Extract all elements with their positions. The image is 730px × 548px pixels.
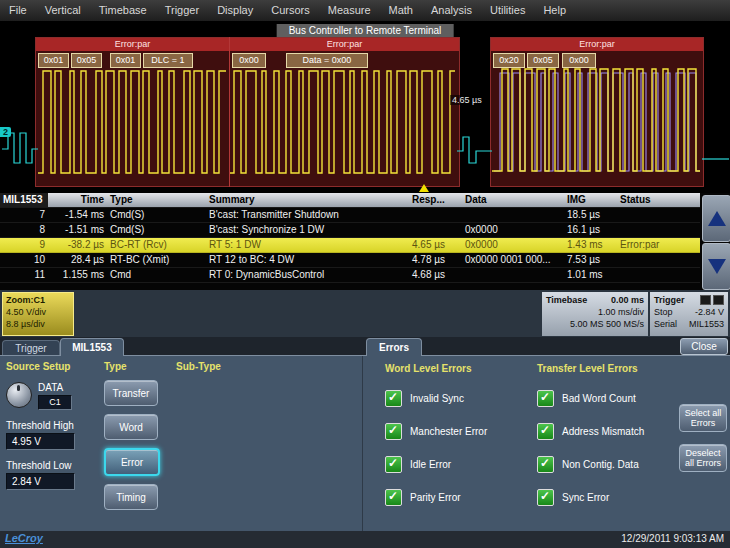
decode-field-box: 0x05 — [71, 53, 102, 68]
cell — [617, 223, 700, 237]
source-channel-field[interactable]: C1 — [38, 395, 72, 410]
trigger-source: MIL1553 — [689, 318, 724, 330]
bus-transfer-title: Bus Controller to Remote Terminal — [277, 24, 454, 37]
dialog-body: Source Setup DATA C1 Threshold High 4.95… — [0, 355, 730, 532]
transfer-errors-heading: Transfer Level Errors — [537, 363, 685, 374]
checked-icon — [385, 489, 402, 506]
type-error-button[interactable]: Error — [104, 448, 160, 476]
word-errors-heading: Word Level Errors — [385, 363, 533, 374]
checked-icon — [385, 390, 402, 407]
table-row[interactable]: 11 1.155 ms Cmd RT 0: DynamicBusControl … — [0, 268, 700, 283]
checkbox-address-mismatch[interactable]: Address Mismatch — [537, 423, 685, 440]
cell: Cmd — [107, 268, 206, 282]
table-row[interactable]: 7 -1.54 ms Cmd(S) B'cast: Transmitter Sh… — [0, 208, 700, 223]
up-arrow-icon — [708, 211, 726, 226]
subtype-pane: Sub-Type — [168, 356, 360, 532]
checkbox-idle-error[interactable]: Idle Error — [385, 456, 533, 473]
checkbox-non-contig-data[interactable]: Non Contig. Data — [537, 456, 685, 473]
checkbox-invalid-sync[interactable]: Invalid Sync — [385, 390, 533, 407]
menu-measure[interactable]: Measure — [319, 0, 380, 21]
table-title: MIL1553 — [0, 193, 48, 207]
cell: BC-RT (Rcv) — [107, 238, 206, 252]
descriptor-vdiv: 4.50 V/div — [6, 306, 70, 318]
trigger-source-icon — [700, 295, 711, 305]
table-row[interactable]: 10 28.4 µs RT-BC (Xmit) RT 12 to BC: 4 D… — [0, 253, 700, 268]
cell: 1.01 ms — [564, 268, 617, 282]
timebase-sampling: 5.00 MS 500 MS/s — [546, 318, 644, 330]
menu-trigger[interactable]: Trigger — [156, 0, 208, 21]
menu-utilities[interactable]: Utilities — [481, 0, 534, 21]
menu-display[interactable]: Display — [208, 0, 262, 21]
cell — [617, 208, 700, 222]
menu-cursors[interactable]: Cursors — [262, 0, 319, 21]
trigger-type: Serial — [654, 318, 677, 330]
cell — [409, 223, 462, 237]
table-scrollbar — [701, 194, 730, 289]
type-timing-button[interactable]: Timing — [104, 484, 158, 510]
checkbox-label: Non Contig. Data — [562, 459, 639, 470]
errors-pane: Word Level Errors Invalid Sync Mancheste… — [362, 356, 730, 532]
cell: B'cast: Transmitter Shutdown — [206, 208, 409, 222]
decode-field-box: 0x01 — [110, 53, 141, 68]
menu-math[interactable]: Math — [380, 0, 422, 21]
deselect-all-errors-button[interactable]: Deselect all Errors — [679, 444, 727, 472]
checked-icon — [537, 489, 554, 506]
menu-analysis[interactable]: Analysis — [422, 0, 481, 21]
cell: RT 0: DynamicBusControl — [206, 268, 409, 282]
checkbox-sync-error[interactable]: Sync Error — [537, 489, 685, 506]
checkbox-label: Address Mismatch — [562, 426, 644, 437]
cell: 9 — [0, 238, 48, 252]
threshold-high-field[interactable]: 4.95 V — [6, 433, 75, 450]
col-header-status: Status — [617, 193, 700, 207]
close-button[interactable]: Close — [680, 338, 728, 355]
down-arrow-icon — [708, 259, 726, 274]
table-row[interactable]: 8 -1.51 ms Cmd(S) B'cast: Synchronize 1 … — [0, 223, 700, 238]
source-knob[interactable] — [6, 382, 32, 408]
tab-errors[interactable]: Errors — [366, 338, 422, 356]
cell: 0x0000 0001 000... — [462, 253, 564, 267]
tab-trigger[interactable]: Trigger — [2, 340, 60, 356]
col-header-type: Type — [107, 193, 206, 207]
cell — [462, 208, 564, 222]
summary-strip: Zoom:C1 4.50 V/div 8.8 µs/div Timebase 0… — [0, 290, 730, 337]
cell: -1.54 ms — [48, 208, 107, 222]
waveform-display: Bus Controller to Remote Terminal Error:… — [0, 21, 730, 193]
checked-icon — [385, 423, 402, 440]
menu-file[interactable]: File — [0, 0, 36, 21]
oscilloscope-screen: File Vertical Timebase Trigger Display C… — [0, 0, 730, 548]
type-heading: Type — [104, 361, 166, 372]
checkbox-manchester-error[interactable]: Manchester Error — [385, 423, 533, 440]
subtype-heading: Sub-Type — [176, 361, 360, 372]
cell: 10 — [0, 253, 48, 267]
cell — [462, 268, 564, 282]
checkbox-label: Sync Error — [562, 492, 609, 503]
type-word-button[interactable]: Word — [104, 414, 158, 440]
cell — [617, 253, 700, 267]
scroll-up-button[interactable] — [702, 195, 730, 242]
setup-dialog: Trigger MIL1553 Errors Close Source Setu… — [0, 337, 730, 531]
cell: Cmd(S) — [107, 208, 206, 222]
tab-mil1553[interactable]: MIL1553 — [60, 338, 124, 356]
trigger-coupling-icon — [713, 295, 724, 305]
table-row-selected[interactable]: 9 -38.2 µs BC-RT (Rcv) RT 5: 1 DW 4.65 µ… — [0, 238, 700, 253]
cell — [409, 208, 462, 222]
menu-help[interactable]: Help — [534, 0, 575, 21]
decode-table: MIL1553 Time Type Summary Resp... Data I… — [0, 193, 730, 290]
checkbox-parity-error[interactable]: Parity Error — [385, 489, 533, 506]
threshold-low-field[interactable]: 2.84 V — [6, 473, 75, 490]
col-header-summary: Summary — [206, 193, 409, 207]
zoom-trace-descriptor[interactable]: Zoom:C1 4.50 V/div 8.8 µs/div — [2, 292, 74, 336]
menu-bar: File Vertical Timebase Trigger Display C… — [0, 0, 730, 21]
timebase-summary-box[interactable]: Timebase 0.00 ms 1.00 ms/div 5.00 MS 500… — [542, 292, 648, 336]
trigger-position-marker — [419, 184, 429, 192]
trigger-summary-box[interactable]: Trigger Stop -2.84 V Serial MIL1553 — [650, 292, 728, 336]
scroll-down-button[interactable] — [702, 243, 730, 290]
select-all-errors-button[interactable]: Select all Errors — [679, 404, 727, 432]
timebase-scale: 1.00 ms/div — [546, 306, 644, 318]
menu-timebase[interactable]: Timebase — [90, 0, 156, 21]
checkbox-bad-word-count[interactable]: Bad Word Count — [537, 390, 685, 407]
type-transfer-button[interactable]: Transfer — [104, 380, 158, 406]
menu-vertical[interactable]: Vertical — [36, 0, 90, 21]
timebase-title: Timebase — [546, 294, 587, 306]
lecroy-logo: LeCroy — [5, 532, 43, 544]
